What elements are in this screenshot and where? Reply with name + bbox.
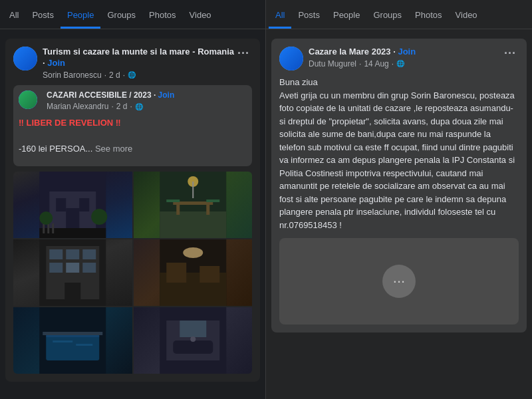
svg-point-9 [39, 211, 53, 225]
group-name-1[interactable]: Turism si cazare la munte si la mare - R… [43, 47, 235, 69]
right-more-btn[interactable]: ··· [501, 47, 519, 61]
svg-rect-16 [166, 200, 180, 202]
svg-rect-8 [52, 223, 54, 233]
chat-dots-icon: ··· [382, 265, 416, 298]
nested-post-meta: CAZARI ACCESIBILE / 2023 · Join Marian A… [47, 90, 247, 112]
svg-rect-2 [56, 198, 66, 211]
svg-rect-23 [66, 249, 79, 259]
right-group-name[interactable]: Cazare la Mare 2023 · Join [309, 47, 501, 58]
tab-people-left[interactable]: People [61, 3, 100, 29]
svg-rect-31 [166, 263, 186, 283]
chat-placeholder: ··· [279, 238, 519, 325]
svg-rect-32 [200, 266, 219, 283]
tab-people-right[interactable]: People [327, 3, 366, 29]
tab-photos-left[interactable]: Photos [142, 3, 182, 29]
right-post-card: Cazare la Mare 2023 · Join Dutu Mugurel … [271, 39, 527, 332]
post-header-1: Turism si cazare la munte si la mare - R… [13, 47, 252, 80]
see-more-btn[interactable]: See more [95, 144, 132, 154]
image-grid-1 [13, 172, 252, 374]
svg-rect-35 [46, 334, 99, 360]
tab-all-left[interactable]: All [3, 3, 25, 29]
globe-icon-1: 🌐 [128, 71, 136, 78]
nested-post-content: ‼ LIBER DE REVELION ‼ -160 lei PERSOA...… [19, 116, 247, 156]
tab-video-left[interactable]: Video [183, 3, 218, 29]
nested-author-line: Marian Alexandru · 2 d · 🌐 [47, 102, 247, 111]
tab-groups-left[interactable]: Groups [100, 3, 142, 29]
svg-rect-26 [66, 263, 79, 273]
join-btn-1[interactable]: Join [47, 58, 65, 68]
svg-rect-4 [66, 208, 79, 231]
svg-rect-38 [53, 340, 72, 342]
svg-rect-3 [79, 198, 89, 211]
grid-image-4 [134, 239, 253, 306]
nested-avatar [19, 90, 37, 109]
tab-posts-left[interactable]: Posts [25, 3, 61, 29]
right-globe-icon: 🌐 [396, 60, 404, 67]
grid-image-5 [13, 307, 132, 374]
svg-rect-42 [173, 340, 213, 354]
svg-rect-14 [176, 205, 180, 215]
nested-post-card: CAZARI ACCESIBILE / 2023 · Join Marian A… [13, 85, 252, 166]
svg-rect-17 [206, 200, 219, 202]
post-card-1: Turism si cazare la munte si la mare - R… [5, 39, 260, 382]
grid-image-6 [134, 307, 253, 374]
right-avatar [279, 47, 303, 70]
nested-globe-icon: 🌐 [135, 103, 143, 110]
left-panel: All Posts People Groups Photos Video Tur… [0, 0, 266, 399]
grid-image-1 [13, 172, 132, 238]
svg-point-33 [183, 247, 203, 258]
left-content-area: Turism si cazare la munte si la mare - R… [0, 29, 265, 399]
svg-rect-43 [180, 321, 206, 337]
svg-point-10 [91, 209, 107, 225]
tab-video-right[interactable]: Video [449, 3, 484, 29]
author-line-1: Sorin Baronescu · 2 d · 🌐 [43, 70, 235, 80]
grid-image-3 [13, 239, 132, 306]
right-post-meta: Cazare la Mare 2023 · Join Dutu Mugurel … [309, 47, 501, 68]
grid-image-2 [134, 172, 253, 238]
svg-rect-7 [47, 223, 49, 233]
right-join-btn[interactable]: Join [398, 47, 416, 57]
tab-photos-right[interactable]: Photos [408, 3, 448, 29]
svg-rect-19 [192, 182, 194, 198]
tab-all-right[interactable]: All [269, 3, 291, 29]
svg-rect-37 [43, 332, 102, 335]
svg-point-44 [190, 336, 196, 342]
svg-rect-6 [43, 223, 45, 233]
svg-rect-22 [49, 249, 63, 259]
tab-groups-right[interactable]: Groups [366, 3, 408, 29]
right-content-area: Cazare la Mare 2023 · Join Dutu Mugurel … [266, 29, 532, 399]
right-panel: All Posts People Groups Photos Video Caz… [266, 0, 532, 399]
svg-rect-28 [65, 283, 80, 299]
left-nav-tabs: All Posts People Groups Photos Video [0, 0, 265, 29]
svg-rect-24 [82, 249, 96, 259]
nested-post-header: CAZARI ACCESIBILE / 2023 · Join Marian A… [19, 90, 247, 112]
nested-group-name: CAZARI ACCESIBILE / 2023 · Join [47, 90, 247, 101]
more-btn-1[interactable]: ··· [235, 47, 252, 61]
svg-rect-27 [82, 263, 96, 273]
right-nav-tabs: All Posts People Groups Photos Video [266, 0, 532, 29]
tab-posts-right[interactable]: Posts [291, 3, 327, 29]
svg-rect-12 [160, 211, 226, 238]
avatar-1 [13, 47, 37, 70]
svg-rect-15 [206, 205, 209, 215]
right-post-content: Buna ziua Aveti grija cu un membru din g… [279, 76, 519, 231]
post-meta-1: Turism si cazare la munte si la mare - R… [43, 47, 235, 80]
svg-rect-39 [76, 344, 92, 346]
svg-rect-25 [49, 263, 63, 273]
right-post-header: Cazare la Mare 2023 · Join Dutu Mugurel … [279, 47, 519, 70]
right-author-line: Dutu Mugurel · 14 Aug · 🌐 [309, 59, 501, 68]
